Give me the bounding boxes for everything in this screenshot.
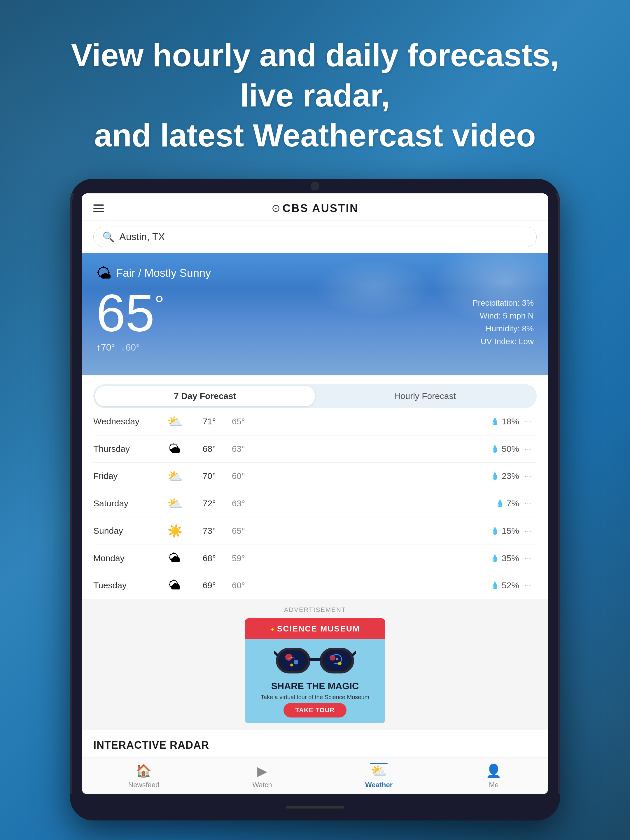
forecast-more-button[interactable]: ··· — [519, 581, 537, 590]
forecast-weather-icon: ⛅ — [163, 469, 187, 483]
app-logo: ⊙ CBS AUSTIN — [272, 202, 359, 215]
newsfeed-icon: 🏠 — [136, 763, 152, 778]
forecast-high-temp: 73° — [187, 526, 216, 536]
forecast-precip: 💧 18% — [484, 417, 519, 426]
nav-weather-label: Weather — [365, 781, 393, 789]
forecast-precip: 💧 23% — [484, 471, 519, 481]
forecast-row[interactable]: Friday ⛅ 70° 60° 💧 23% ··· — [93, 463, 537, 490]
svg-point-10 — [336, 658, 338, 660]
temp-low: ↓60° — [121, 342, 139, 353]
svg-point-5 — [294, 660, 298, 665]
search-bar-container: 🔍 Austin, TX — [82, 221, 548, 253]
forecast-precip: 💧 35% — [484, 553, 519, 563]
radar-section: INTERACTIVE RADAR — [82, 730, 548, 757]
watch-icon: ▶ — [257, 764, 267, 778]
forecast-row[interactable]: Tuesday 🌥 69° 60° 💧 52% ··· — [93, 572, 537, 599]
forecast-day: Thursday — [93, 444, 163, 454]
ad-subtext: Take a virtual tour of the Science Museu… — [251, 694, 379, 701]
search-input-value[interactable]: Austin, TX — [119, 231, 165, 242]
forecast-day: Monday — [93, 553, 163, 563]
tablet-home-bar — [286, 806, 344, 808]
svg-point-7 — [325, 651, 349, 671]
temp-degree-symbol: ° — [155, 292, 164, 316]
humidity-detail: Humidity: 8% — [486, 324, 534, 333]
ad-take-tour-button[interactable]: TAKE TOUR — [284, 703, 346, 717]
app-promo-header: View hourly and daily forecasts, live ra… — [52, 35, 578, 155]
ad-image — [245, 639, 385, 676]
search-bar[interactable]: 🔍 Austin, TX — [93, 227, 537, 247]
weather-temp-row: 65 ° ↑70° ↓60° Precipitation: 3% Wind: 5… — [96, 287, 534, 353]
forecast-low-temp: 63° — [216, 499, 245, 508]
forecast-low-temp: 59° — [216, 553, 245, 563]
forecast-row[interactable]: Sunday ☀️ 73° 65° 💧 15% ··· — [93, 518, 537, 545]
forecast-day: Wednesday — [93, 417, 163, 426]
forecast-precip: 💧 15% — [484, 526, 519, 536]
precip-drop-icon: 💧 — [496, 499, 504, 507]
weather-details: Precipitation: 3% Wind: 5 mph N Humidity… — [472, 287, 534, 346]
tablet-bottom-bar — [70, 794, 560, 821]
nav-watch[interactable]: ▶ Watch — [253, 764, 272, 789]
wind-detail: Wind: 5 mph N — [480, 311, 534, 321]
precip-drop-icon: 💧 — [491, 417, 499, 426]
forecast-weather-icon: 🌥 — [163, 442, 187, 456]
weather-hero: 🌤 Fair / Mostly Sunny 65 ° ↑70° ↓60° Pre… — [82, 253, 548, 375]
forecast-precip: 💧 7% — [484, 499, 519, 508]
tab-7day[interactable]: 7 Day Forecast — [95, 386, 315, 406]
condition-text: Fair / Mostly Sunny — [116, 267, 211, 279]
weather-condition: 🌤 Fair / Mostly Sunny — [96, 265, 534, 282]
forecast-day: Tuesday — [93, 580, 163, 591]
forecast-high-temp: 72° — [187, 499, 216, 508]
forecast-row[interactable]: Monday 🌥 68° 59° 💧 35% ··· — [93, 545, 537, 572]
forecast-tabs: 7 Day Forecast Hourly Forecast — [93, 384, 537, 408]
nav-newsfeed-label: Newsfeed — [128, 781, 159, 789]
nav-me[interactable]: 👤 Me — [486, 763, 502, 789]
nav-weather[interactable]: ⛅ Weather — [365, 763, 393, 789]
cbs-eye-icon: ⊙ — [272, 202, 280, 215]
app-logo-text: CBS AUSTIN — [283, 202, 359, 215]
forecast-list: Wednesday ⛅ 71° 65° 💧 18% ··· Thursday 🌥… — [82, 408, 548, 599]
ad-banner[interactable]: ✦ SCIENCE MUSEUM — [245, 618, 385, 723]
ad-section: ADVERTISEMENT ✦ SCIENCE MUSEUM — [82, 599, 548, 730]
svg-line-11 — [274, 652, 277, 655]
svg-line-12 — [353, 652, 356, 655]
radar-title: INTERACTIVE RADAR — [93, 739, 537, 752]
app-header: ⊙ CBS AUSTIN — [82, 193, 548, 221]
forecast-more-button[interactable]: ··· — [519, 444, 537, 453]
forecast-low-temp: 65° — [216, 526, 245, 536]
tab-hourly[interactable]: Hourly Forecast — [315, 386, 535, 406]
temp-value: 65 — [96, 287, 155, 339]
forecast-weather-icon: 🌥 — [163, 578, 187, 592]
forecast-low-temp: 65° — [216, 417, 245, 426]
forecast-more-button[interactable]: ··· — [519, 526, 537, 535]
promo-line1: View hourly and daily forecasts, live ra… — [71, 37, 559, 113]
forecast-low-temp: 63° — [216, 444, 245, 454]
precipitation-detail: Precipitation: 3% — [472, 298, 534, 308]
nav-me-label: Me — [489, 781, 499, 789]
forecast-weather-icon: 🌥 — [163, 551, 187, 565]
search-icon: 🔍 — [103, 231, 115, 243]
forecast-more-button[interactable]: ··· — [519, 499, 537, 508]
hamburger-menu-button[interactable] — [93, 204, 104, 212]
svg-rect-2 — [309, 658, 321, 661]
precip-drop-icon: 💧 — [491, 581, 499, 589]
nav-newsfeed[interactable]: 🏠 Newsfeed — [128, 763, 159, 789]
forecast-more-button[interactable]: ··· — [519, 417, 537, 426]
weather-condition-icon: 🌤 — [96, 265, 111, 282]
svg-point-3 — [281, 651, 305, 671]
forecast-more-button[interactable]: ··· — [519, 471, 537, 481]
forecast-row[interactable]: Wednesday ⛅ 71° 65° 💧 18% ··· — [93, 408, 537, 436]
forecast-precip: 💧 52% — [484, 580, 519, 591]
precip-drop-icon: 💧 — [491, 527, 499, 535]
precip-drop-icon: 💧 — [491, 445, 499, 453]
forecast-more-button[interactable]: ··· — [519, 554, 537, 563]
forecast-high-temp: 70° — [187, 471, 216, 481]
temp-high: ↑70° — [96, 342, 115, 353]
ad-star-left: ✦ — [270, 627, 277, 633]
forecast-weather-icon: ☀️ — [163, 524, 187, 538]
bottom-nav: 🏠 Newsfeed ▶ Watch ⛅ Weather 👤 Me — [82, 757, 548, 794]
temp-hi-lo: ↑70° ↓60° — [96, 342, 164, 353]
tablet-camera — [311, 182, 319, 191]
forecast-row[interactable]: Saturday ⛅ 72° 63° 💧 7% ··· — [93, 490, 537, 518]
tablet-top-bar — [70, 179, 560, 193]
forecast-row[interactable]: Thursday 🌥 68° 63° 💧 50% ··· — [93, 436, 537, 463]
